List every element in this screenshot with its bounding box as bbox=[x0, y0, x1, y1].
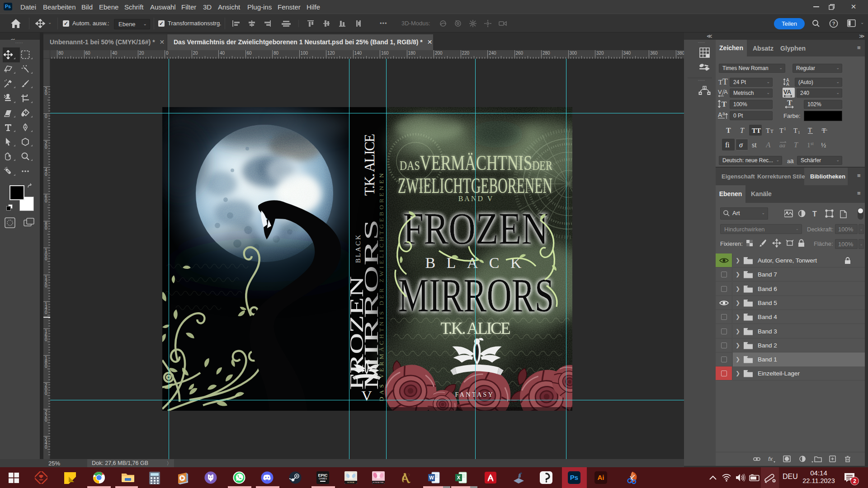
svg-text:T: T bbox=[793, 127, 797, 134]
svg-text:T.K. ALICE: T.K. ALICE bbox=[362, 133, 377, 196]
svg-text:FROZEN: FROZEN bbox=[403, 203, 548, 253]
svg-text:T: T bbox=[722, 77, 728, 86]
svg-text:T.K. ALICE: T.K. ALICE bbox=[441, 319, 512, 338]
svg-text:1: 1 bbox=[807, 141, 811, 149]
svg-text:T: T bbox=[766, 127, 770, 134]
svg-text:VA: VA bbox=[783, 89, 792, 95]
svg-text:A: A bbox=[766, 141, 771, 149]
svg-text:T: T bbox=[726, 127, 731, 134]
svg-text:st: st bbox=[752, 141, 757, 149]
svg-text:BLACK: BLACK bbox=[354, 234, 362, 263]
svg-text:½: ½ bbox=[821, 141, 826, 149]
svg-text:1: 1 bbox=[784, 127, 786, 131]
svg-text:V: V bbox=[361, 388, 372, 404]
svg-text:BAND V: BAND V bbox=[458, 195, 494, 202]
svg-text:A: A bbox=[718, 111, 722, 118]
svg-text:T: T bbox=[794, 141, 798, 149]
svg-text:1: 1 bbox=[798, 130, 800, 135]
svg-text:T: T bbox=[808, 127, 812, 134]
svg-text:T: T bbox=[770, 128, 774, 134]
svg-text:DASVERMÄCHTNISDER: DASVERMÄCHTNISDER bbox=[400, 151, 552, 174]
svg-text:TT: TT bbox=[752, 127, 761, 134]
svg-text:T: T bbox=[787, 99, 793, 107]
svg-text:T: T bbox=[779, 127, 783, 134]
svg-text:?: ? bbox=[832, 21, 835, 26]
svg-text:T: T bbox=[718, 79, 722, 86]
svg-text:T: T bbox=[740, 127, 745, 134]
svg-text:A: A bbox=[786, 82, 789, 86]
svg-text:a: a bbox=[722, 111, 725, 116]
svg-text:MIRRORS: MIRRORS bbox=[398, 269, 554, 322]
svg-text:T: T bbox=[812, 210, 817, 218]
svg-text:fi: fi bbox=[725, 141, 730, 149]
svg-text:V: V bbox=[718, 89, 722, 95]
svg-text:σ: σ bbox=[739, 141, 743, 149]
svg-text:aa: aa bbox=[779, 142, 786, 149]
svg-text:A: A bbox=[724, 89, 728, 95]
svg-text:T: T bbox=[722, 100, 727, 108]
svg-text:FANTASY: FANTASY bbox=[455, 391, 495, 398]
svg-text:fx: fx bbox=[768, 455, 773, 462]
svg-text:W: W bbox=[429, 475, 434, 480]
svg-text:T: T bbox=[822, 127, 826, 134]
svg-text:st: st bbox=[811, 141, 814, 146]
svg-text:X: X bbox=[457, 475, 461, 480]
